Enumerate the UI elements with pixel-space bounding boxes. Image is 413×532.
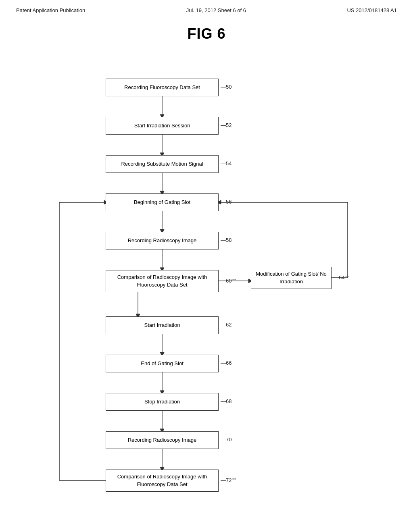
flow-ref-b66: —66 — [221, 360, 232, 366]
flow-ref-b54: —54 — [221, 160, 232, 166]
flow-box-label-b50: Recording Fluoroscopy Data Set — [124, 84, 200, 91]
flow-box-b68: Stop Irradiation — [106, 393, 219, 411]
flow-ref-b60: —60'''' — [221, 278, 236, 284]
fig-title: FIG 6 — [0, 25, 413, 42]
flow-ref-b56: —56 — [221, 199, 232, 205]
page-header: Patent Application Publication Jul. 19, … — [0, 0, 413, 17]
flow-box-label-b70: Recording Radioscopy Image — [128, 436, 197, 444]
flow-box-b58: Recording Radioscopy Image — [106, 232, 219, 249]
header-left: Patent Application Publication — [16, 7, 85, 13]
flow-box-b50: Recording Fluoroscopy Data Set — [106, 79, 219, 96]
flow-box-label-b72: Comparison of Radioscopy Image with Fluo… — [110, 473, 214, 488]
flow-box-label-b56: Beginning of Gating Slot — [134, 199, 190, 206]
flow-ref-b58: —58 — [221, 237, 232, 243]
header-center: Jul. 19, 2012 Sheet 6 of 6 — [186, 7, 246, 13]
flow-box-label-b60: Comparison of Radioscopy Image with Fluo… — [110, 274, 214, 288]
flow-ref-b50: —50 — [221, 84, 232, 90]
flow-box-b66: End of Gating Slot — [106, 355, 219, 372]
diagram-container: Recording Fluoroscopy Data Set—50Start I… — [25, 54, 388, 498]
flow-box-label-b54: Recording Substitute Motion Signal — [121, 160, 203, 168]
flow-ref-b64: —64'''' — [334, 274, 348, 281]
flow-box-label-b66: End of Gating Slot — [141, 360, 184, 367]
flow-ref-b62: —62 — [221, 322, 232, 328]
flow-box-label-b68: Stop Irradiation — [144, 398, 180, 405]
flow-box-b62: Start Irradiation — [106, 316, 219, 334]
flow-box-b52: Start Irradiation Session — [106, 117, 219, 135]
flow-box-label-b52: Start Irradiation Session — [134, 122, 190, 129]
flow-ref-b52: —52 — [221, 122, 232, 128]
flow-box-label-b58: Recording Radioscopy Image — [128, 237, 197, 244]
flow-box-label-b62: Start Irradiation — [144, 322, 180, 329]
flow-ref-b72: —72'''' — [221, 477, 236, 483]
flow-box-b56: Beginning of Gating Slot — [106, 193, 219, 211]
flow-ref-b68: —68 — [221, 398, 232, 404]
flow-box-b70: Recording Radioscopy Image — [106, 431, 219, 449]
header-right: US 2012/0181428 A1 — [347, 7, 397, 13]
flow-ref-b70: —70 — [221, 436, 232, 443]
flow-box-b64: Modification of Gating Slot/ No Irradiat… — [251, 267, 332, 289]
flow-box-label-b64: Modification of Gating Slot/ No Irradiat… — [255, 270, 327, 285]
flow-box-b60: Comparison of Radioscopy Image with Fluo… — [106, 270, 219, 292]
flow-box-b54: Recording Substitute Motion Signal — [106, 155, 219, 173]
flow-box-b72: Comparison of Radioscopy Image with Fluo… — [106, 470, 219, 492]
